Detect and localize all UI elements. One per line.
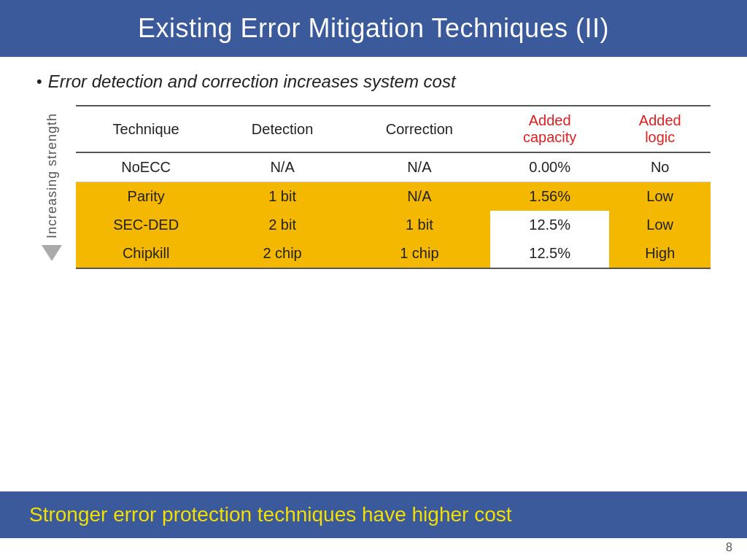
techniques-table: Technique Detection Correction Addedcapa… [76,105,711,269]
col-added-capacity: Addedcapacity [490,106,610,152]
cell-logic: No [609,152,711,182]
slide-footer: Stronger error protection techniques hav… [0,491,747,538]
arrow-label-text: Increasing strength [44,113,60,238]
bullet-text: Error detection and correction increases… [48,71,456,92]
cell-logic: High [609,239,711,268]
col-technique: Technique [76,106,216,152]
cell-correction: 1 bit [349,211,490,239]
bullet-dot: • [36,74,42,90]
table-row: Chipkill 2 chip 1 chip 12.5% High [76,239,711,268]
cell-technique: NoECC [76,152,216,182]
page-number: 8 [726,541,732,554]
cell-correction: 1 chip [349,239,490,268]
footer-text: Stronger error protection techniques hav… [29,503,512,526]
cell-capacity: 1.56% [490,182,610,211]
table-row: SEC-DED 2 bit 1 bit 12.5% Low [76,211,711,239]
cell-correction: N/A [349,182,490,211]
arrow-label-container: Increasing strength [36,105,67,269]
cell-correction: N/A [349,152,490,182]
cell-logic: Low [609,211,711,239]
arrow-down-icon [42,245,62,261]
col-added-logic: Addedlogic [609,106,711,152]
cell-technique: SEC-DED [76,211,216,239]
cell-capacity: 12.5% [490,239,610,268]
col-correction: Correction [349,106,490,152]
cell-capacity: 12.5% [490,211,610,239]
cell-detection: N/A [216,152,349,182]
table-row: Parity 1 bit N/A 1.56% Low [76,182,711,211]
cell-detection: 1 bit [216,182,349,211]
table-section: Increasing strength Technique Detection … [36,105,711,269]
slide-header: Existing Error Mitigation Techniques (II… [0,0,747,57]
table-row: NoECC N/A N/A 0.00% No [76,152,711,182]
bullet-row: • Error detection and correction increas… [36,71,711,92]
cell-capacity: 0.00% [490,152,610,182]
cell-logic: Low [609,182,711,211]
header-title: Existing Error Mitigation Techniques (II… [138,13,609,43]
cell-technique: Parity [76,182,216,211]
cell-detection: 2 chip [216,239,349,268]
slide-content: • Error detection and correction increas… [0,57,747,276]
table-header-row: Technique Detection Correction Addedcapa… [76,106,711,152]
cell-detection: 2 bit [216,211,349,239]
cell-technique: Chipkill [76,239,216,268]
col-detection: Detection [216,106,349,152]
